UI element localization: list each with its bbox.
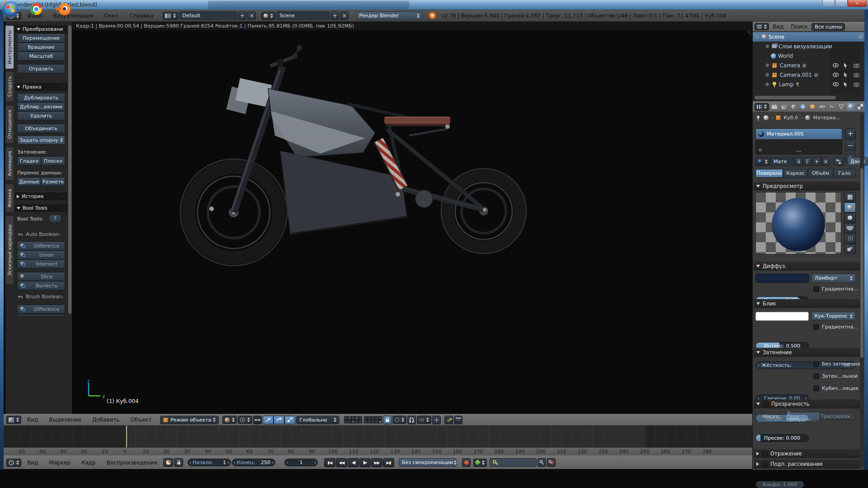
unlink-material-button[interactable]: ×: [821, 157, 830, 166]
material-users-button[interactable]: 4: [794, 157, 803, 166]
panel-header-diffuse[interactable]: Диффуз.::::: [754, 262, 860, 271]
set-origin-dropdown[interactable]: Задать опорну: [17, 136, 65, 145]
scene-icon-button[interactable]: [261, 12, 275, 20]
shelf-tab-relations[interactable]: Отношения: [5, 105, 14, 144]
outliner-menu-search[interactable]: Поиск: [787, 23, 811, 30]
jump-to-start-button[interactable]: ▮◀: [324, 458, 335, 467]
mode-raytrace-button[interactable]: Трассировк...: [820, 412, 856, 421]
panel-header-shading[interactable]: Затенение::::: [754, 348, 860, 357]
alpha-slider[interactable]: Альфа: 1.000: [755, 481, 804, 488]
scale-manipulator-button[interactable]: [284, 416, 295, 424]
menu-render[interactable]: Визуализация: [48, 13, 98, 19]
panel-header-specular[interactable]: Блик::::: [754, 299, 860, 308]
outliner-row-scene[interactable]: ⊖ Scene: [753, 32, 864, 42]
expand-icon[interactable]: ⊕: [764, 43, 770, 49]
view3d-menu-view[interactable]: Вид: [22, 417, 43, 423]
delete-scene-button[interactable]: ×: [340, 11, 349, 20]
outliner-row-render-layers[interactable]: ⊕ Слои визуализации: [753, 42, 864, 51]
shadeless-toggle[interactable]: Без затенения: [813, 361, 860, 367]
layers-grid-1[interactable]: [344, 416, 362, 423]
bool-union-button[interactable]: Union: [17, 250, 65, 259]
duplicate-button[interactable]: Дублировать: [17, 93, 65, 102]
constraints-tab-icon[interactable]: [818, 103, 826, 111]
mode-ztransparency-button[interactable]: Z-прозрачн...: [786, 412, 820, 421]
diffuse-shader-dropdown[interactable]: Ламберт: [811, 274, 856, 282]
add-material-slot-button[interactable]: +: [845, 128, 856, 139]
bool-slice-button[interactable]: Slice: [17, 272, 65, 281]
current-frame-marker[interactable]: [126, 426, 127, 447]
selectability-cursor-icon[interactable]: [842, 82, 849, 87]
shelf-tab-grease-pencil[interactable]: Эскизный карандаш: [5, 216, 14, 285]
pivot-point-dropdown[interactable]: [238, 416, 252, 424]
scene-name-field[interactable]: Scene: [276, 11, 330, 20]
proportional-edit-dropdown[interactable]: [392, 416, 406, 424]
preview-hair-button[interactable]: [844, 234, 856, 244]
timeline-menu-playback[interactable]: Воспроизведение: [102, 460, 162, 466]
slot-add-icon[interactable]: ⊕: [758, 147, 762, 152]
link-data-dropdown[interactable]: Дан: [847, 157, 868, 166]
shelf-tab-animation[interactable]: Анимация: [5, 147, 14, 181]
preview-monkey-button[interactable]: [844, 223, 856, 233]
add-layout-button[interactable]: +: [238, 11, 246, 20]
view3d-menu-object[interactable]: Объект: [125, 417, 156, 423]
delete-button[interactable]: Удалить: [17, 111, 65, 120]
sync-mode-dropdown[interactable]: Без синхронизации: [399, 458, 457, 467]
bool-subtract-button[interactable]: Вычесть: [17, 281, 65, 290]
mode-mask-button[interactable]: Маска: [755, 412, 786, 421]
object-tab-icon[interactable]: [808, 103, 816, 111]
panel-header-mirror[interactable]: Отражение::::: [754, 449, 860, 458]
snap-toggle-button[interactable]: [407, 416, 416, 424]
outliner-vscroll-thumb[interactable]: [859, 35, 863, 39]
close-button[interactable]: ×: [848, 0, 867, 7]
specular-color-swatch[interactable]: [755, 312, 809, 321]
play-button[interactable]: ▶: [359, 458, 371, 467]
timeline-content[interactable]: -50-40-30-20-100102030405060708090100110…: [4, 426, 752, 455]
window-titlebar[interactable]: Blender* [H:\hfghfghtled.blend] — ▢ ×: [0, 0, 868, 10]
panel-header-sss[interactable]: Подп. рассеивание::::: [754, 460, 860, 469]
next-keyframe-button[interactable]: ▶▶: [371, 458, 382, 467]
visibility-eye-icon[interactable]: [832, 82, 839, 86]
transform-orientation-dropdown[interactable]: Глобально: [296, 416, 340, 424]
properties-editor-type-dropdown[interactable]: [755, 103, 769, 111]
transparency-checkbox[interactable]: [763, 401, 769, 407]
delete-keyframe-button[interactable]: [547, 458, 556, 467]
pin-icon[interactable]: [755, 115, 761, 121]
rotate-button[interactable]: Вращение: [17, 42, 65, 52]
fake-user-button[interactable]: F: [803, 157, 812, 166]
shelf-tab-tools[interactable]: Инструменты: [5, 25, 14, 69]
lock-to-scene-button[interactable]: [383, 416, 392, 424]
mode-dropdown[interactable]: Режим объекта: [160, 416, 219, 424]
tangent-shading-toggle[interactable]: Затен...льной: [813, 373, 858, 379]
shelf-tab-physics[interactable]: Физика: [5, 184, 14, 212]
world-tab-icon[interactable]: [799, 103, 807, 111]
preview-particles-button[interactable]: [844, 244, 856, 254]
transfer-layout-button[interactable]: Разметк: [41, 177, 65, 186]
visibility-eye-icon[interactable]: [832, 63, 839, 67]
render-tab-icon[interactable]: [770, 103, 778, 111]
diffuse-ramp-toggle[interactable]: Градиентна...: [813, 286, 858, 292]
timeline-menu-marker[interactable]: Маркер: [44, 460, 75, 466]
frame-end-field[interactable]: ◂ Конец:250 ▸: [232, 459, 275, 466]
specular-shader-dropdown[interactable]: Кук-Торренс: [811, 312, 856, 320]
selectability-cursor-icon[interactable]: [842, 72, 849, 77]
outliner-display-mode-dropdown[interactable]: Все сцены: [811, 23, 845, 31]
outliner-row-world[interactable]: World: [753, 51, 864, 61]
panel-header-edit[interactable]: Правка::::: [15, 83, 67, 91]
outliner-row-camera001[interactable]: ⊕ Camera.001: [753, 70, 864, 80]
preview-flat-button[interactable]: [844, 192, 856, 202]
material-slot-active[interactable]: Материал.005: [756, 129, 842, 139]
booltools-help-button[interactable]: ?: [49, 214, 61, 223]
data-tab-icon[interactable]: [837, 103, 845, 111]
nodes-toggle-button[interactable]: [833, 157, 844, 166]
shade-flat-button[interactable]: Плоско: [41, 156, 65, 165]
toolshelf-scrollbar[interactable]: [68, 24, 72, 316]
translate-manipulator-button[interactable]: [263, 416, 274, 424]
cubic-interpolation-toggle[interactable]: Кубич...ляция: [813, 385, 858, 391]
panel-header-transform[interactable]: Преобразовани: [15, 25, 67, 33]
properties-scrollbar[interactable]: [860, 114, 864, 467]
panel-header-history[interactable]: История::::: [15, 192, 67, 200]
new-material-button[interactable]: +: [812, 157, 821, 166]
renderability-camera-icon[interactable]: [853, 73, 860, 77]
preview-sphere-button[interactable]: [844, 202, 856, 212]
visibility-eye-icon[interactable]: [832, 73, 839, 77]
